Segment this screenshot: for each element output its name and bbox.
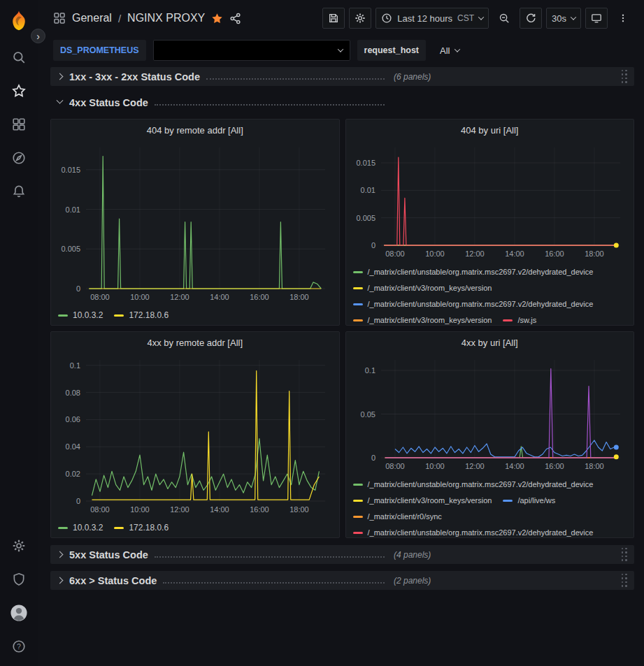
tv-mode-button[interactable]	[585, 8, 608, 29]
panel-404-by-uri: 404 by uri [All] 00.0050.010.01508:0010:…	[345, 119, 635, 326]
chevron-down-icon	[455, 46, 460, 52]
legend-swatch-icon	[114, 527, 124, 529]
search-icon[interactable]	[0, 41, 38, 74]
legend-item[interactable]: /_matrix/client/v3/room_keys/version	[353, 313, 492, 325]
zoom-out-button[interactable]	[493, 8, 515, 29]
legend-item[interactable]: 172.18.0.6	[114, 308, 169, 323]
legend-row: 10.0.3.2172.18.0.6	[58, 307, 332, 323]
time-range-picker[interactable]: Last 12 hours CST	[375, 8, 489, 29]
legend-item[interactable]: /api/live/ws	[503, 493, 555, 508]
row-title: 4xx Status Code	[69, 97, 148, 108]
dashboard-content: 1xx - 3xx - 2xx Status Code (6 panels) 4…	[38, 64, 644, 666]
save-icon	[328, 13, 339, 24]
legend-swatch-icon	[353, 319, 363, 321]
datasource-variable-value[interactable]	[153, 40, 350, 61]
legend-label: /_matrix/client/v3/room_keys/version	[368, 313, 492, 325]
sidebar: › ?	[0, 0, 38, 666]
legend-row: /_matrix/client/v3/room_keys/version/api…	[353, 492, 627, 508]
legend-item[interactable]: /_matrix/client/unstable/org.matrix.msc2…	[353, 297, 594, 312]
svg-text:14:00: 14:00	[505, 462, 524, 470]
user-avatar[interactable]	[0, 596, 38, 630]
row-panel-count: (4 panels)	[394, 550, 431, 560]
legend-item[interactable]: 10.0.3.2	[58, 308, 103, 323]
top-nav-bar: General / NGINX PROXY	[38, 0, 644, 36]
datasource-variable-label[interactable]: DS_PROMETHEUS	[53, 40, 146, 61]
legend-item[interactable]: /_matrix/client/v3/room_keys/version	[353, 493, 492, 508]
favorite-star-icon[interactable]	[211, 13, 223, 24]
panel-title[interactable]: 404 by uri [All]	[346, 120, 634, 140]
legend-item[interactable]: /_matrix/client/unstable/org.matrix.msc2…	[353, 526, 594, 537]
help-icon[interactable]: ?	[0, 630, 38, 663]
grafana-logo[interactable]	[8, 6, 29, 36]
svg-text:08:00: 08:00	[385, 249, 405, 258]
timeseries-chart[interactable]: 00.0050.010.01508:0010:0012:0014:0016:00…	[54, 140, 336, 305]
legend-item[interactable]: 10.0.3.2	[58, 521, 103, 535]
breadcrumb-separator: /	[118, 13, 121, 24]
kebab-menu-button[interactable]	[612, 8, 634, 29]
svg-text:0.01: 0.01	[360, 186, 375, 194]
dashboards-icon[interactable]	[0, 108, 38, 141]
alerting-bell-icon[interactable]	[0, 175, 38, 208]
row-drag-handle[interactable]	[620, 546, 629, 563]
request-host-variable-label: request_host	[357, 40, 427, 61]
row-6xx[interactable]: 6xx > Status Code (2 panels)	[50, 571, 634, 590]
chart-legend: /_matrix/client/unstable/org.matrix.msc2…	[346, 262, 634, 325]
starred-dashboards-icon[interactable]	[0, 74, 38, 108]
panel-title[interactable]: 4xx by remote addr [All]	[51, 332, 339, 353]
save-dashboard-button[interactable]	[322, 8, 345, 29]
share-icon[interactable]	[229, 13, 241, 24]
svg-text:0.005: 0.005	[356, 214, 375, 222]
refresh-interval-dropdown[interactable]: 30s	[546, 8, 581, 29]
row-title: 5xx Status Code	[69, 549, 148, 560]
legend-swatch-icon	[353, 484, 363, 486]
refresh-button[interactable]	[520, 8, 542, 29]
row-dotted-leader	[163, 582, 385, 584]
legend-swatch-icon	[353, 516, 363, 518]
legend-label: /sw.js	[517, 313, 536, 325]
legend-label: /_matrix/client/unstable/org.matrix.msc2…	[368, 265, 594, 280]
clock-icon	[381, 13, 392, 24]
legend-item[interactable]: /_matrix/client/unstable/org.matrix.msc2…	[353, 477, 594, 492]
server-admin-gear-icon[interactable]	[0, 529, 38, 563]
admin-shield-icon[interactable]	[0, 563, 38, 596]
row-dotted-leader	[206, 78, 385, 80]
legend-item[interactable]: /_matrix/client/unstable/org.matrix.msc2…	[353, 265, 594, 280]
legend-label: 10.0.3.2	[73, 308, 103, 323]
svg-text:12:00: 12:00	[465, 462, 485, 470]
row-drag-handle[interactable]	[620, 68, 629, 85]
row-drag-handle[interactable]	[620, 572, 629, 589]
panel-title[interactable]: 4xx by uri [All]	[346, 332, 634, 353]
panel-grid: 404 by remote addr [All] 00.0050.010.015…	[50, 119, 634, 538]
legend-label: /_matrix/client/v3/room_keys/version	[368, 281, 492, 296]
legend-swatch-icon	[503, 500, 513, 502]
svg-text:18:00: 18:00	[289, 505, 309, 514]
svg-text:0.02: 0.02	[66, 470, 80, 478]
chart-legend: /_matrix/client/unstable/org.matrix.msc2…	[346, 475, 634, 537]
request-host-variable-value[interactable]: All	[433, 40, 466, 61]
legend-item[interactable]: 172.18.0.6	[114, 521, 169, 535]
sidebar-expand-toggle[interactable]: ›	[31, 29, 45, 43]
chevron-down-icon	[337, 46, 343, 52]
legend-swatch-icon	[353, 532, 363, 534]
row-4xx[interactable]: 4xx Status Code	[50, 93, 634, 112]
legend-row: /_matrix/client/unstable/org.matrix.msc2…	[353, 476, 627, 492]
svg-text:0: 0	[76, 497, 80, 505]
panel-4xx-by-uri: 4xx by uri [All] 00.050.108:0010:0012:00…	[345, 331, 635, 538]
zoom-out-icon	[499, 13, 510, 24]
row-5xx[interactable]: 5xx Status Code (4 panels)	[50, 545, 634, 564]
dashboard-settings-button[interactable]	[349, 8, 371, 29]
refresh-interval-label: 30s	[552, 13, 566, 24]
breadcrumb-folder[interactable]: General	[72, 12, 112, 24]
panel-title[interactable]: 404 by remote addr [All]	[51, 120, 339, 140]
legend-item[interactable]: /sw.js	[503, 313, 536, 325]
legend-label: 172.18.0.6	[129, 521, 169, 535]
refresh-icon	[525, 13, 536, 24]
timeseries-chart[interactable]: 00.020.040.060.080.108:0010:0012:0014:00…	[54, 353, 336, 518]
time-range-label: Last 12 hours	[397, 13, 452, 24]
legend-item[interactable]: /_matrix/client/r0/sync	[353, 509, 442, 524]
timeseries-chart[interactable]: 00.0050.010.01508:0010:0012:0014:0016:00…	[349, 140, 631, 262]
row-1xx-3xx-2xx[interactable]: 1xx - 3xx - 2xx Status Code (6 panels)	[50, 67, 634, 86]
explore-compass-icon[interactable]	[0, 141, 38, 175]
legend-item[interactable]: /_matrix/client/v3/room_keys/version	[353, 281, 492, 296]
timeseries-chart[interactable]: 00.050.108:0010:0012:0014:0016:0018:00	[349, 353, 631, 475]
